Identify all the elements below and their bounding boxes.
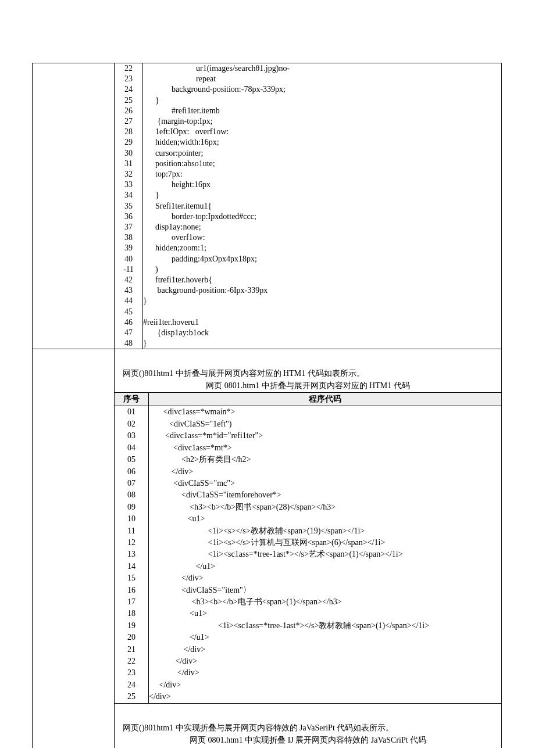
- code-line: {disp1ay:b1ock: [143, 328, 502, 338]
- line-number: 45: [115, 307, 143, 317]
- code-block-1-wrapper: 22 ur1(images/searchθ1.jpg)no-23 repeat2…: [115, 63, 501, 349]
- gap-1: [115, 349, 501, 364]
- th-seq: 序号: [115, 393, 149, 406]
- code-line: background-position:-6Ipx-339px: [143, 285, 502, 296]
- paragraph-2: 网页()801htm1 中实现折叠与展开网页内容特效的 JaVaSeriPt 代…: [115, 719, 501, 735]
- code-line: <divCIaSS="item"〉: [149, 585, 502, 596]
- code-line: </u1>: [149, 632, 502, 643]
- code-line: <divCIaSS="mc">: [149, 478, 502, 489]
- code-line: background-position:-78px-339px;: [143, 84, 502, 95]
- line-number: 30: [115, 148, 143, 159]
- line-number: 29: [115, 137, 143, 148]
- line-number: -11: [115, 264, 143, 275]
- line-number: 10: [115, 513, 149, 525]
- line-number: 42: [115, 275, 143, 285]
- code-line: }: [143, 296, 502, 306]
- line-number: 15: [115, 572, 149, 584]
- code-line: #reii1ter.hoveru1: [143, 317, 502, 328]
- line-number: 31: [115, 159, 143, 169]
- line-number: 40: [115, 254, 143, 264]
- table2-title: 网页 0801.htm1 中折叠与展开网页内容对应的 HTM1 代码: [115, 381, 501, 392]
- code-line: }: [143, 190, 502, 200]
- code-line: }: [143, 95, 502, 106]
- code-line: <divc1ass=*wmain*>: [149, 406, 502, 418]
- line-number: 32: [115, 169, 143, 180]
- line-number: 46: [115, 317, 143, 328]
- line-number: 47: [115, 328, 143, 338]
- code-line: <h3><b></b>图书<span>(28)</span></h3>: [149, 501, 502, 513]
- line-number: 01: [115, 406, 149, 418]
- line-number: 48: [115, 338, 143, 349]
- code-line: </u1>: [149, 561, 502, 572]
- section-2: 网页()801htm1 中折叠与展开网页内容对应的 HTM1 代码如表所示。 网…: [115, 349, 501, 747]
- code-line: ftrefi1ter.hoverb{: [143, 275, 502, 285]
- code-line: height:16px: [143, 180, 502, 190]
- line-number: 02: [115, 418, 149, 430]
- line-number: 39: [115, 243, 143, 253]
- paragraph-1: 网页()801htm1 中折叠与展开网页内容对应的 HTM1 代码如表所示。: [115, 364, 501, 381]
- table3-title: 网页 0801.htm1 中实现折叠 IJ 展开网页内容特效的 JaVaSCri…: [115, 735, 501, 748]
- line-number: 28: [115, 127, 143, 137]
- line-number: 12: [115, 537, 149, 549]
- line-number: 19: [115, 620, 149, 632]
- line-number: 44: [115, 296, 143, 306]
- line-number: 13: [115, 549, 149, 560]
- code-line: overf1ow:: [143, 232, 502, 243]
- code-line: 1eft:IOpx: overf1ow:: [143, 127, 502, 137]
- code-line: <divCIaSS="1eft"): [149, 418, 502, 430]
- line-number: 06: [115, 466, 149, 478]
- line-number: 24: [115, 84, 143, 95]
- code-line: hidden;zoom:1;: [143, 243, 502, 253]
- code-line: <1i><sc1ass=*tree-1ast*></s>教材教辅<span>(1…: [149, 620, 502, 632]
- code-line: <h3><b></b>电子书<span>(1)</span></h3>: [149, 596, 502, 608]
- top-row: 22 ur1(images/searchθ1.jpg)no-23 repeat2…: [33, 63, 501, 349]
- code-line: <divc1ass=*mt*>: [149, 442, 502, 454]
- code-line: top:7px:: [143, 169, 502, 180]
- line-number: 04: [115, 442, 149, 454]
- line-number: 07: [115, 478, 149, 489]
- document-frame: 22 ur1(images/searchθ1.jpg)no-23 repeat2…: [32, 63, 502, 748]
- line-number: 09: [115, 501, 149, 513]
- left-margin-2: [33, 349, 115, 747]
- code-line: <1i><s></s>教材教辅<span>(19)</span></1i>: [149, 525, 502, 537]
- th-code: 程序代码: [149, 393, 502, 406]
- line-number: 37: [115, 222, 143, 232]
- line-number: 23: [115, 667, 149, 679]
- line-number: 03: [115, 430, 149, 442]
- code-line: position:abso1ute;: [143, 159, 502, 169]
- line-number: 33: [115, 180, 143, 190]
- line-number: 38: [115, 232, 143, 243]
- code-line: <h2>所有类目</h2>: [149, 454, 502, 465]
- code-line: </div>: [149, 667, 502, 679]
- code-line: <u1>: [149, 608, 502, 619]
- page: 22 ur1(images/searchθ1.jpg)no-23 repeat2…: [0, 0, 535, 756]
- code-line: [143, 307, 502, 317]
- mid-row: 网页()801htm1 中折叠与展开网页内容对应的 HTM1 代码如表所示。 网…: [33, 349, 501, 747]
- line-number: 34: [115, 190, 143, 200]
- gap-2: [115, 704, 501, 719]
- line-number: 22: [115, 655, 149, 667]
- line-number: 16: [115, 585, 149, 596]
- code-line: </div>: [149, 655, 502, 667]
- code-line: #refi1ter.itemb: [143, 106, 502, 116]
- line-number: 05: [115, 454, 149, 465]
- code-line: </div>: [149, 644, 502, 655]
- code-line: {margin-top:Ipx;: [143, 116, 502, 127]
- code-line: padding:4pxOpx4px18px;: [143, 254, 502, 264]
- line-number: 23: [115, 74, 143, 84]
- line-number: 08: [115, 489, 149, 501]
- code-line: <divc1ass=*m*id="refi1ter">: [149, 430, 502, 442]
- code-line: hidden;width:16px;: [143, 137, 502, 148]
- line-number: 36: [115, 212, 143, 222]
- line-number: 18: [115, 608, 149, 619]
- code-line: repeat: [143, 74, 502, 84]
- code-line: }: [143, 338, 502, 349]
- line-number: 27: [115, 116, 143, 127]
- line-number: 14: [115, 561, 149, 572]
- code-line: </div>: [149, 466, 502, 478]
- code-line: disp1ay:none;: [143, 222, 502, 232]
- line-number: 11: [115, 525, 149, 537]
- line-number: 25: [115, 691, 149, 703]
- line-number: 24: [115, 679, 149, 691]
- code-line: <1i><s></s>计算机与互联网<span>(6)</span></1i>: [149, 537, 502, 549]
